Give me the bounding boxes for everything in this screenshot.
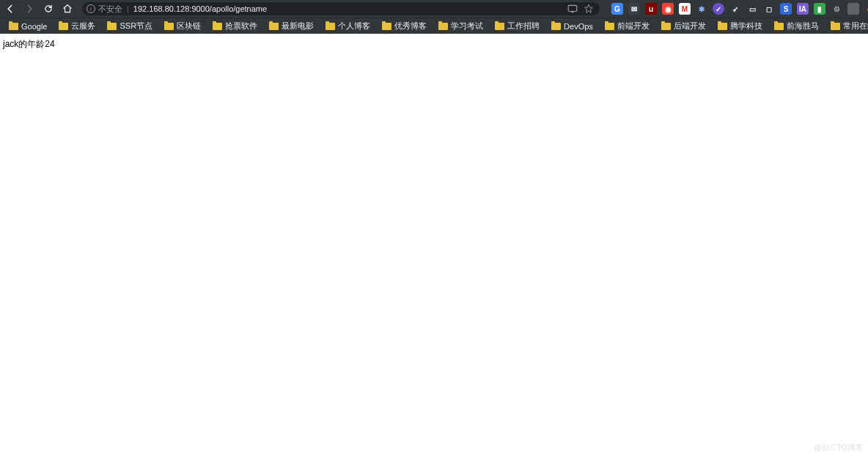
bookmarks-bar: Google云服务SSR节点区块链抢票软件最新电影个人博客优秀博客学习考试工作招… <box>0 18 868 34</box>
bookmark-folder[interactable]: 后端开发 <box>657 20 710 33</box>
bookmark-label: 优秀博客 <box>394 21 427 32</box>
bookmark-label: 前海胜马 <box>787 21 819 32</box>
translate-icon[interactable]: G <box>611 3 623 15</box>
bookmark-label: Google <box>21 22 47 31</box>
bookmark-folder[interactable]: 前海胜马 <box>770 20 823 33</box>
bookmark-label: 工作招聘 <box>507 21 540 32</box>
bookmark-label: 腾学科技 <box>730 21 762 32</box>
bookmark-folder[interactable]: 学习考试 <box>434 20 488 33</box>
bookmark-label: 学习考试 <box>451 21 483 32</box>
bookmark-label: 最新电影 <box>282 21 314 32</box>
pointer-icon[interactable]: ➶ <box>729 3 741 15</box>
screen-icon[interactable]: ▭ <box>746 3 758 15</box>
forward-button[interactable] <box>23 3 35 15</box>
folder-icon <box>774 23 784 30</box>
svg-rect-1 <box>571 12 574 12</box>
folder-icon <box>107 23 117 30</box>
folder-icon <box>831 23 840 30</box>
folder-icon <box>164 23 174 30</box>
adblock-icon[interactable]: ◉ <box>662 3 674 15</box>
s-icon[interactable]: S <box>780 3 792 15</box>
folder-icon <box>59 23 68 30</box>
bookmark-folder[interactable]: 优秀博客 <box>378 20 431 33</box>
reload-button[interactable] <box>43 3 54 15</box>
bookmark-folder[interactable]: 个人博客 <box>321 20 375 33</box>
bookmark-label: SSR节点 <box>119 21 152 32</box>
bookmark-label: 个人博客 <box>338 21 370 32</box>
folder-icon <box>718 23 727 30</box>
bookmark-folder[interactable]: DevOps <box>547 20 597 33</box>
green-box-icon[interactable]: ▮ <box>814 3 825 15</box>
folder-icon <box>382 23 391 30</box>
folder-icon <box>326 23 335 30</box>
bookmark-label: 区块链 <box>177 21 201 32</box>
ublock-icon[interactable]: u <box>645 3 657 15</box>
bookmark-label: 前端开发 <box>617 21 650 32</box>
gray-box-icon[interactable] <box>847 3 859 15</box>
gmail-ext-icon[interactable]: M <box>679 3 691 15</box>
snowflake-icon[interactable]: ✱ <box>696 3 707 15</box>
bookmark-label: 抢票软件 <box>225 21 257 32</box>
bookmark-label: 云服务 <box>71 21 95 32</box>
check-icon[interactable]: ✓ <box>713 3 724 15</box>
bookmark-folder[interactable]: 抢票软件 <box>208 20 262 33</box>
folder-icon <box>551 23 561 30</box>
page-content: jack的年龄24 <box>0 34 868 55</box>
bookmark-folder[interactable]: SSR节点 <box>103 20 157 33</box>
bookmark-folder[interactable]: 最新电影 <box>265 20 318 33</box>
mail-icon[interactable]: ✉ <box>628 3 640 15</box>
watermark: @51CTO博客 <box>814 442 864 453</box>
home-button[interactable] <box>62 3 73 15</box>
install-pwa-icon[interactable] <box>567 4 578 14</box>
browser-nav-bar: i 不安全 | 192.168.80.128:9000/apollo/getna… <box>0 0 868 18</box>
folder-icon <box>661 23 671 30</box>
folder-icon <box>9 23 18 30</box>
url-text: 192.168.80.128:9000/apollo/getname <box>133 4 564 13</box>
folder-icon <box>495 23 504 30</box>
folder-icon <box>213 23 222 30</box>
bookmark-label: 后端开发 <box>674 21 706 32</box>
chrome-icon[interactable]: ◎ <box>864 3 868 15</box>
bookmark-folder[interactable]: 区块链 <box>160 20 205 33</box>
site-info-icon[interactable]: i <box>87 4 95 13</box>
svg-rect-0 <box>568 5 577 11</box>
bookmark-folder[interactable]: 云服务 <box>54 20 100 33</box>
response-text: jack的年龄24 <box>3 39 55 49</box>
address-bar[interactable]: i 不安全 | 192.168.80.128:9000/apollo/getna… <box>82 2 600 15</box>
square-icon[interactable]: ◻ <box>763 3 775 15</box>
bookmark-folder[interactable]: Google <box>4 20 51 33</box>
back-button[interactable] <box>4 3 16 15</box>
bookmark-folder[interactable]: 腾学科技 <box>713 20 767 33</box>
bookmark-folder[interactable]: 前端开发 <box>600 20 654 33</box>
security-label: 不安全 <box>98 4 122 15</box>
bookmark-label: DevOps <box>564 22 593 31</box>
ia-icon[interactable]: IA <box>797 3 809 15</box>
separator: | <box>127 4 129 13</box>
folder-icon <box>605 23 614 30</box>
folder-icon <box>438 23 448 30</box>
bookmark-folder[interactable]: 工作招聘 <box>490 20 544 33</box>
bookmark-label: 常用在线工具 <box>843 21 868 32</box>
extensions-row: G✉u◉M✱✓➶▭◻SIA▮⚙◎⠿ <box>611 3 868 15</box>
folder-icon <box>269 23 279 30</box>
bookmark-folder[interactable]: 常用在线工具 <box>826 20 868 33</box>
bookmark-star-icon[interactable] <box>584 4 594 14</box>
gear-ext-icon[interactable]: ⚙ <box>831 3 842 15</box>
